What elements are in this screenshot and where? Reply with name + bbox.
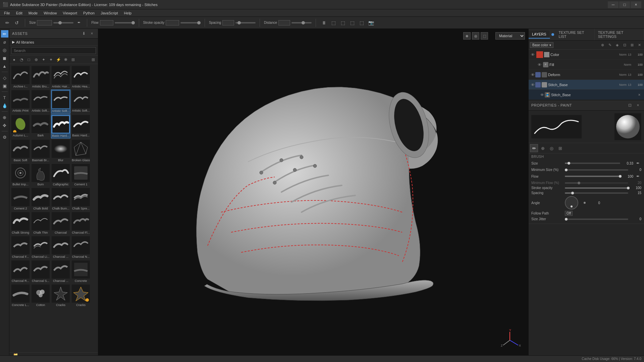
distance-input[interactable]: 8: [278, 20, 290, 25]
tab-layers[interactable]: LAYERS: [529, 31, 550, 39]
viewport-tool-4[interactable]: ⬚: [358, 19, 366, 27]
flow-prop-slider[interactable]: [565, 176, 620, 177]
pause-button[interactable]: ⏸: [320, 19, 328, 27]
flow-slider[interactable]: [115, 22, 135, 23]
layer-color-visibility[interactable]: 👁: [530, 52, 535, 57]
brush-artistic-hair[interactable]: Artistic Hair...: [51, 65, 70, 89]
layer-stitch-visibility[interactable]: 👁: [530, 82, 535, 87]
brush-burn[interactable]: Burn: [31, 163, 50, 187]
brush-artistic-soft-3[interactable]: Artistic Soft...: [71, 89, 91, 114]
brush-chalk-strong[interactable]: Chalk Strong: [11, 212, 30, 235]
layer-fill[interactable]: 👁 F Fill Norm 100: [529, 60, 644, 70]
layer-tool-3[interactable]: ◈: [614, 42, 621, 48]
angle-dial[interactable]: [565, 196, 578, 209]
filter-arc[interactable]: ◔: [18, 56, 25, 63]
size-pen-icon[interactable]: ✒: [75, 19, 83, 27]
measure-tool[interactable]: ⊕: [1, 114, 8, 121]
search-input[interactable]: [11, 47, 96, 54]
brush-charcoal-r[interactable]: Charcoal R...: [11, 260, 30, 283]
menu-viewport[interactable]: Viewport: [60, 10, 80, 16]
menu-mode[interactable]: Mode: [26, 10, 41, 16]
brush-basic-hard-2[interactable]: Basic Hard...: [71, 114, 91, 138]
close-button[interactable]: ×: [631, 1, 641, 8]
select-tool[interactable]: ▲: [1, 62, 8, 70]
grid-view-button[interactable]: ⊞: [90, 56, 97, 63]
stroke-opacity-prop-slider[interactable]: [565, 187, 628, 189]
layer-color[interactable]: 👁 Color Norm 13 100: [529, 50, 644, 60]
filter-circle[interactable]: ●: [11, 56, 17, 63]
brush-autumn-l[interactable]: Autumn L...: [11, 114, 30, 138]
material-select[interactable]: Material: [495, 32, 525, 40]
props-close[interactable]: ×: [635, 102, 641, 109]
layer-fill-visibility[interactable]: 👁: [537, 62, 542, 67]
brush-artistic-soft-1[interactable]: Artistic Soft...: [31, 89, 50, 114]
menu-edit[interactable]: Edit: [13, 10, 25, 16]
menu-javascript[interactable]: JavaScript: [98, 10, 120, 16]
size-prop-pin[interactable]: ✒: [635, 160, 641, 167]
layer-stitch-sub-visibility[interactable]: 👁: [539, 92, 545, 98]
smudge-tool[interactable]: ⌀: [1, 38, 8, 46]
min-size-prop-slider[interactable]: [565, 169, 628, 171]
brush-charcoal-s[interactable]: Charcoal S...: [31, 260, 50, 283]
fill-tool[interactable]: ◼: [1, 54, 8, 62]
minimize-button[interactable]: ─: [608, 1, 619, 8]
brush-cement-2[interactable]: Cement 2: [11, 187, 30, 211]
brush-chalk-bum[interactable]: Chalk Bum...: [51, 187, 70, 211]
props-popout[interactable]: ⊡: [627, 102, 633, 109]
brush-tab-symmetry[interactable]: ⊞: [556, 144, 564, 152]
flow-input[interactable]: 100: [100, 20, 113, 25]
brush-cracks-1[interactable]: Cracks: [51, 284, 70, 307]
layer-tool-2[interactable]: ✎: [606, 42, 613, 48]
brush-tab-stencil[interactable]: ⊕: [539, 144, 547, 152]
assets-close-button[interactable]: ×: [89, 30, 95, 37]
brush-concrete-l[interactable]: Concrete L...: [11, 284, 30, 307]
brush-archive-i[interactable]: Archive I...: [11, 65, 30, 89]
settings-btn[interactable]: ⚙: [1, 133, 8, 141]
brush-charcoal[interactable]: Charcoal: [51, 212, 70, 235]
brush-mode-button[interactable]: ✏: [3, 19, 11, 27]
size-jitter-prop-slider[interactable]: [565, 219, 628, 220]
brush-chalk-thin[interactable]: Chalk Thin: [31, 212, 50, 235]
menu-window[interactable]: Window: [41, 10, 59, 16]
brush-chalk-bold[interactable]: Chalk Bold: [31, 187, 50, 211]
filter-star2[interactable]: ✦: [48, 56, 54, 63]
base-color-button[interactable]: Base color ▾: [530, 42, 553, 48]
menu-file[interactable]: File: [1, 10, 13, 16]
viewport-mode-3[interactable]: ⬚: [481, 32, 488, 40]
layer-deform-visibility[interactable]: 👁: [530, 72, 535, 77]
brush-artistic-bru[interactable]: Artistic Bru...: [31, 65, 50, 89]
size-slider[interactable]: [53, 22, 73, 23]
brush-calligraphic[interactable]: Calligraphic: [51, 163, 70, 187]
spacing-input[interactable]: 15: [222, 20, 234, 25]
filter-grid[interactable]: ⊞: [70, 56, 76, 63]
filter-lightning[interactable]: ⚡: [55, 56, 62, 63]
brush-tab-paint[interactable]: ✏: [530, 144, 538, 152]
layer-stitch-sub[interactable]: 👁 🧵 Stitch_Base ×: [529, 90, 644, 100]
stroke-opacity-input[interactable]: 100: [166, 20, 179, 25]
eraser-tool[interactable]: ◇: [1, 74, 8, 81]
brush-blur[interactable]: Blur: [51, 139, 70, 163]
viewport-tool-2[interactable]: ⬚: [339, 19, 347, 27]
brush-artistic-print[interactable]: Artistic Print: [11, 89, 30, 114]
brush-tab-lazy[interactable]: ◎: [547, 144, 555, 152]
viewport-tool-3[interactable]: ⬚: [348, 19, 356, 27]
brush-basic-soft[interactable]: Basic Soft: [11, 139, 30, 163]
paint-tool[interactable]: ✏: [1, 30, 8, 38]
spacing-prop-slider[interactable]: [565, 192, 628, 194]
brush-charcoal-fl[interactable]: Charcoal Fl...: [71, 212, 91, 235]
reset-button[interactable]: ↺: [13, 19, 21, 27]
brush-basic-hard-1[interactable]: Basic Hard...: [51, 114, 70, 138]
layer-stitch-base[interactable]: 👁 Stitch_Base Norm 13 100: [529, 80, 644, 90]
brush-bullet-imp[interactable]: Bullet Imp...: [11, 163, 30, 187]
layer-deform[interactable]: 👁 Deform Norm 13 100: [529, 70, 644, 80]
camera-button[interactable]: 📷: [367, 19, 375, 27]
min-flow-prop-slider[interactable]: [565, 182, 628, 184]
brush-charcoal-3[interactable]: Charcoal ...: [51, 260, 70, 283]
brush-broken-glass[interactable]: Broken Glass: [71, 139, 91, 163]
mask-tool[interactable]: ▣: [1, 82, 8, 89]
layer-tool-1[interactable]: ⊕: [599, 42, 606, 48]
menu-help[interactable]: Help: [121, 10, 135, 16]
brush-charcoal-2[interactable]: Charcoal ...: [51, 236, 70, 259]
size-prop-slider[interactable]: [565, 163, 620, 164]
brush-bark[interactable]: Bark: [31, 114, 50, 138]
